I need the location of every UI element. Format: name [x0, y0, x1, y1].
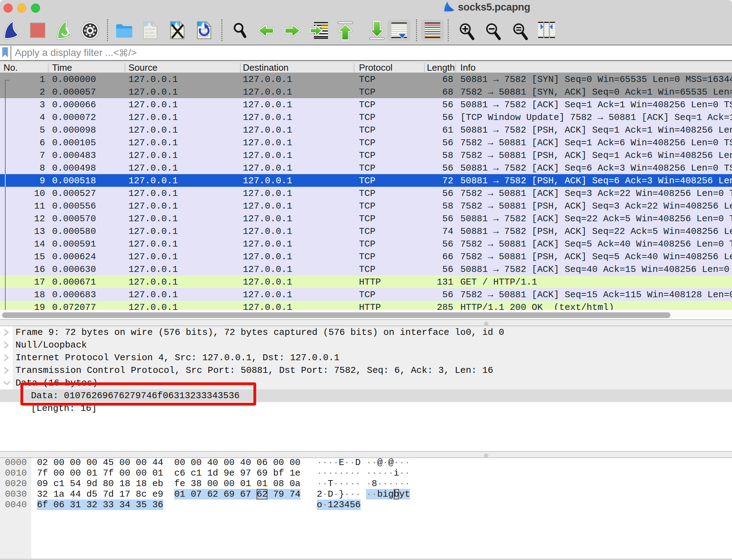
svg-text:01110: 01110	[145, 34, 155, 38]
